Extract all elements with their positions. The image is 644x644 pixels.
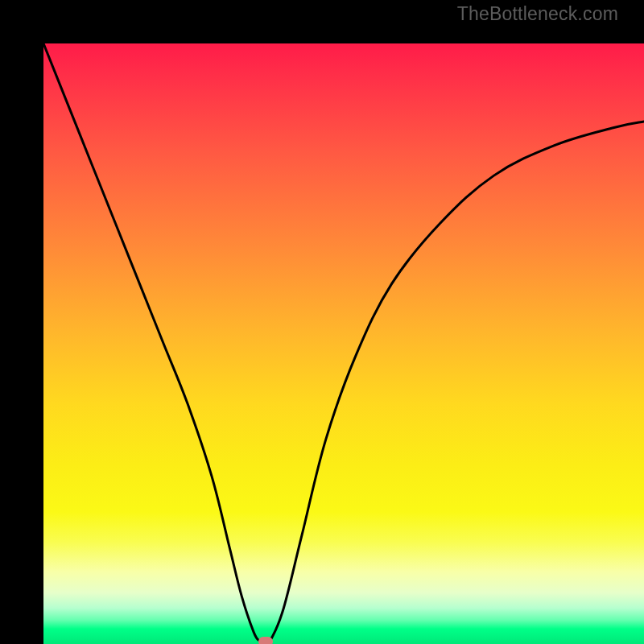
watermark-text: TheBottleneck.com	[457, 3, 618, 25]
plot-area	[43, 43, 644, 644]
bottleneck-curve	[43, 43, 644, 644]
minimum-point-marker	[258, 637, 273, 644]
chart-frame	[0, 0, 644, 644]
